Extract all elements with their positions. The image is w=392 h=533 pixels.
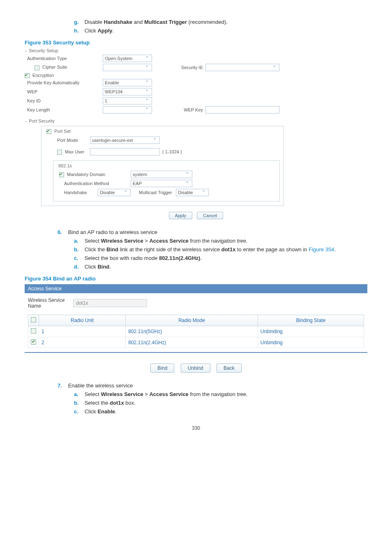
port-set-label: Port Set: [54, 129, 71, 134]
figure-354-link[interactable]: Figure 354: [309, 246, 334, 253]
col-radio-mode: Radio Mode: [126, 315, 258, 326]
txt: and: [132, 19, 144, 25]
chevron-down-icon: ˅: [152, 137, 158, 144]
back-button[interactable]: Back: [217, 364, 242, 373]
txt: from the navigation tree.: [189, 238, 248, 244]
txt: Click the: [85, 246, 106, 253]
chevron-down-icon: ˅: [144, 107, 150, 113]
step-6-num: 6.: [58, 229, 67, 235]
table-row: 1802.11n(5GHz)Unbinding: [28, 326, 364, 337]
auth-method-label: Authentication Method: [57, 181, 131, 186]
row-checkbox[interactable]: [31, 328, 36, 334]
handshake-value: Disable: [100, 189, 115, 196]
unbind-button[interactable]: Unbind: [181, 364, 210, 373]
txt: .: [115, 408, 117, 415]
wep-label: WEP: [25, 89, 103, 94]
txt: box.: [124, 400, 136, 406]
security-setup-header: Security Setup: [25, 48, 367, 53]
auth-type-select[interactable]: Open-System ˅: [103, 55, 152, 62]
step-7c: c. Click Enable.: [74, 408, 367, 415]
wepkey-label: WEP Key: [152, 107, 205, 112]
txt: dot1x: [110, 400, 124, 406]
auth-method-select[interactable]: EAP ˅: [131, 180, 192, 187]
encryption-header-row: Encryption: [25, 73, 367, 78]
security-ie-select[interactable]: ˅: [205, 64, 279, 71]
page-number: 330: [25, 425, 367, 431]
txt: Name: [28, 303, 41, 309]
txt: Handshake: [104, 19, 132, 25]
pka-row: Provide Key Automatically Enable ˅: [25, 78, 367, 87]
step-7-num: 7.: [58, 382, 67, 389]
port-mode-value: userlogin-secure-ext: [92, 137, 133, 144]
keyid-select[interactable]: 1 ˅: [103, 97, 152, 104]
bind-button[interactable]: Bind: [150, 364, 174, 373]
cipher-select[interactable]: ˅: [103, 64, 152, 71]
keyid-row: Key ID 1 ˅: [25, 96, 367, 105]
port-security-header: Port Security: [25, 118, 367, 123]
step-h-marker: h.: [74, 28, 83, 34]
step-6b: b. Click the Bind link at the right side…: [74, 246, 367, 253]
mandatory-domain-select[interactable]: system ˅: [131, 171, 192, 178]
txt: .: [109, 264, 111, 270]
txt: Wireless Service: [101, 238, 143, 244]
txt: Click: [85, 28, 98, 34]
chevron-down-icon: ˅: [184, 180, 190, 187]
max-user-row: Max User ( 1-1024 ): [45, 147, 280, 156]
handshake-select[interactable]: Disable ˅: [98, 189, 131, 196]
txt: .: [334, 246, 336, 253]
figure-353-caption: Figure 353 Security setup: [25, 39, 367, 46]
figure-354: Access Service Wireless Service Name dot…: [25, 284, 367, 373]
txt: Select the: [85, 400, 110, 406]
step-6d-marker: d.: [74, 264, 83, 270]
port-set-fieldset: Port Set Port Mode userlogin-secure-ext …: [41, 126, 284, 206]
cancel-button[interactable]: Cancel: [197, 212, 223, 219]
radio-table: Radio Unit Radio Mode Binding State 1802…: [28, 315, 364, 348]
apply-button[interactable]: Apply: [169, 212, 193, 219]
row-checkbox[interactable]: [31, 339, 36, 345]
chevron-down-icon: ˅: [144, 79, 150, 86]
step-g-text: Disable Handshake and Multicast Trigger …: [85, 19, 228, 25]
port-mode-select[interactable]: userlogin-secure-ext ˅: [90, 137, 160, 144]
chevron-down-icon: ˅: [184, 171, 190, 178]
auth-type-row: Authentication Type Open-System ˅: [25, 54, 367, 63]
port-set-checkbox[interactable]: [46, 129, 51, 134]
service-name-value: dot1x: [73, 299, 147, 307]
txt: dot1x: [221, 246, 236, 253]
multicast-trigger-label: Multicast Trigger: [131, 190, 176, 195]
auth-method-row: Authentication Method EAP ˅: [57, 179, 276, 188]
select-all-checkbox[interactable]: [31, 317, 36, 322]
fig354-buttons: Bind Unbind Back: [25, 359, 367, 373]
keylen-select[interactable]: ˅: [103, 106, 152, 114]
step-7a-marker: a.: [74, 391, 83, 397]
mandatory-domain-checkbox[interactable]: [59, 172, 64, 177]
wep-select[interactable]: WEP104 ˅: [103, 88, 152, 95]
mandatory-domain-value: system: [133, 171, 147, 178]
keyid-value: 1: [105, 97, 107, 104]
encryption-checkbox[interactable]: [25, 73, 30, 78]
step-g: g. Disable Handshake and Multicast Trigg…: [74, 19, 367, 25]
cipher-checkbox[interactable]: [35, 65, 39, 70]
pka-select[interactable]: Enable ˅: [103, 79, 152, 86]
txt: Click: [85, 408, 98, 415]
keyid-label: Key ID: [25, 98, 103, 103]
txt: link at the right side of the wireless s…: [118, 246, 221, 253]
chevron-down-icon: ˅: [201, 189, 207, 196]
binding-state-cell: Unbinding: [258, 337, 364, 348]
chevron-down-icon: ˅: [144, 64, 150, 71]
step-6a-marker: a.: [74, 238, 83, 244]
figure-354-caption: Figure 354 Bind an AP radio: [25, 276, 367, 282]
txt: Wireless Service: [101, 391, 143, 397]
txt: Multicast Trigger: [144, 19, 187, 25]
max-user-input[interactable]: [90, 148, 160, 155]
txt: Click: [85, 264, 98, 270]
multicast-trigger-select[interactable]: Disable ˅: [176, 189, 209, 196]
encryption-label: Encryption: [32, 73, 54, 78]
mandatory-domain-label: Mandatory Domain: [67, 172, 105, 177]
multicast-trigger-value: Disable: [178, 189, 193, 196]
dot1x-fieldset: 802.1x Mandatory Domain system ˅ Authent…: [53, 160, 280, 202]
max-user-checkbox[interactable]: [57, 150, 62, 155]
fig353-buttons: Apply Cancel: [25, 212, 367, 219]
chevron-down-icon: ˅: [144, 97, 150, 104]
max-user-hint: ( 1-1024 ): [162, 149, 182, 154]
wepkey-input[interactable]: [205, 106, 279, 114]
